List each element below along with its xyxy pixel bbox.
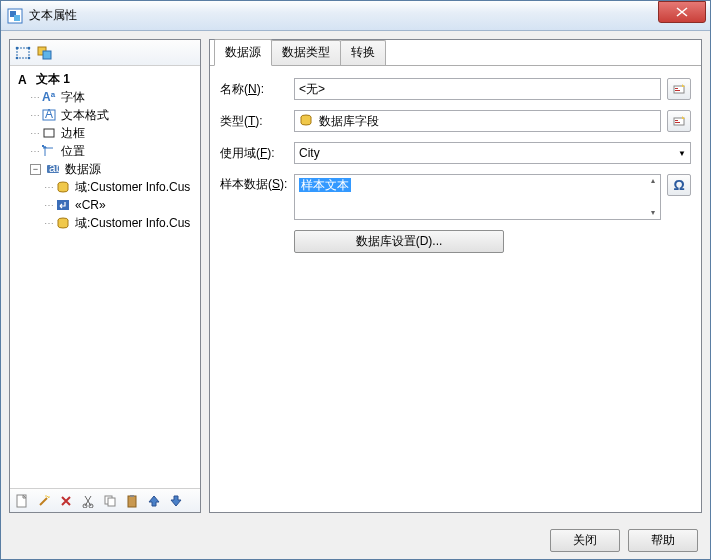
field-combo[interactable]: City ▼ bbox=[294, 142, 691, 164]
tree: A 文本 1 ⋯ Aª 字体 ⋯ A 文本格式 ⋯ 边框 bbox=[10, 66, 200, 488]
footer: 关闭 帮助 bbox=[1, 521, 710, 559]
tree-node-field1[interactable]: ⋯ 域:Customer Info.Cus bbox=[12, 178, 198, 196]
border-icon bbox=[41, 126, 57, 140]
form: 名称(N): <无> 类型(T): 数据库字段 bbox=[210, 66, 701, 265]
tree-node-field2[interactable]: ⋯ 域:Customer Info.Cus bbox=[12, 214, 198, 232]
tree-dots: ⋯ bbox=[30, 92, 39, 103]
svg-point-6 bbox=[16, 56, 19, 59]
svg-rect-27 bbox=[130, 495, 134, 497]
paste-icon[interactable] bbox=[124, 493, 140, 509]
svg-rect-3 bbox=[17, 48, 29, 58]
app-icon bbox=[7, 8, 23, 24]
left-toolbar bbox=[10, 40, 200, 66]
window: 文本属性 A 文本 1 ⋯ Aª bbox=[0, 0, 711, 560]
dropdown-icon: ▼ bbox=[678, 149, 686, 158]
collapse-icon[interactable]: − bbox=[30, 164, 41, 175]
svg-rect-2 bbox=[14, 15, 20, 21]
svg-rect-14 bbox=[44, 129, 54, 137]
tree-node-position[interactable]: ⋯ 位置 bbox=[12, 142, 198, 160]
tree-node-textformat[interactable]: ⋯ A 文本格式 bbox=[12, 106, 198, 124]
objects-icon[interactable] bbox=[36, 44, 54, 62]
name-input[interactable]: <无> bbox=[294, 78, 661, 100]
tab-transform[interactable]: 转换 bbox=[340, 40, 386, 65]
tab-datasource[interactable]: 数据源 bbox=[214, 39, 272, 66]
name-picker-button[interactable] bbox=[667, 78, 691, 100]
bottom-toolbar bbox=[10, 488, 200, 512]
tabs: 数据源 数据类型 转换 bbox=[210, 40, 701, 66]
tree-node-datasource[interactable]: − ab 数据源 bbox=[12, 160, 198, 178]
up-icon[interactable] bbox=[146, 493, 162, 509]
svg-rect-26 bbox=[128, 496, 136, 507]
svg-text:Aª: Aª bbox=[42, 91, 56, 103]
svg-rect-30 bbox=[675, 90, 680, 91]
svg-point-4 bbox=[16, 46, 19, 49]
db-icon bbox=[55, 216, 71, 230]
svg-rect-29 bbox=[675, 88, 678, 89]
copy-icon[interactable] bbox=[102, 493, 118, 509]
svg-rect-15 bbox=[42, 145, 44, 147]
position-icon bbox=[41, 144, 57, 158]
db-small-icon bbox=[299, 114, 315, 128]
tree-node-border[interactable]: ⋯ 边框 bbox=[12, 124, 198, 142]
textformat-icon: A bbox=[41, 108, 57, 122]
cr-icon bbox=[55, 198, 71, 212]
left-panel: A 文本 1 ⋯ Aª 字体 ⋯ A 文本格式 ⋯ 边框 bbox=[9, 39, 201, 513]
datasource-icon: ab bbox=[45, 162, 61, 176]
tree-label: 文本格式 bbox=[61, 107, 109, 124]
sample-label: 样本数据(S): bbox=[220, 174, 294, 193]
right-panel: 数据源 数据类型 转换 名称(N): <无> 类型(T): bbox=[209, 39, 702, 513]
svg-rect-32 bbox=[674, 118, 684, 125]
type-input[interactable]: 数据库字段 bbox=[294, 110, 661, 132]
svg-point-5 bbox=[28, 46, 31, 49]
tree-root[interactable]: A 文本 1 bbox=[12, 70, 198, 88]
svg-rect-19 bbox=[57, 200, 69, 210]
help-button[interactable]: 帮助 bbox=[628, 529, 698, 552]
svg-text:ab: ab bbox=[49, 163, 60, 175]
svg-point-7 bbox=[28, 56, 31, 59]
svg-rect-33 bbox=[675, 120, 678, 121]
tree-label: 位置 bbox=[61, 143, 85, 160]
field-label: 使用域(F): bbox=[220, 145, 294, 162]
tree-label: «CR» bbox=[75, 198, 106, 212]
svg-rect-9 bbox=[43, 51, 51, 59]
svg-text:A: A bbox=[45, 109, 53, 121]
tree-root-label: 文本 1 bbox=[36, 71, 70, 88]
svg-text:A: A bbox=[18, 73, 27, 86]
select-icon[interactable] bbox=[14, 44, 32, 62]
type-label: 类型(T): bbox=[220, 113, 294, 130]
tree-label: 边框 bbox=[61, 125, 85, 142]
omega-button[interactable]: Ω bbox=[667, 174, 691, 196]
sample-textarea[interactable]: 样本文本 ▴▾ bbox=[294, 174, 661, 220]
font-icon: Aª bbox=[41, 90, 57, 104]
svg-rect-28 bbox=[674, 86, 684, 93]
tree-node-font[interactable]: ⋯ Aª 字体 bbox=[12, 88, 198, 106]
cut-icon[interactable] bbox=[80, 493, 96, 509]
close-button[interactable] bbox=[658, 1, 706, 23]
db-icon bbox=[55, 180, 71, 194]
tab-datatype[interactable]: 数据类型 bbox=[271, 40, 341, 65]
wand-icon[interactable] bbox=[36, 493, 52, 509]
tree-node-cr[interactable]: ⋯ «CR» bbox=[12, 196, 198, 214]
down-icon[interactable] bbox=[168, 493, 184, 509]
close-dialog-button[interactable]: 关闭 bbox=[550, 529, 620, 552]
type-picker-button[interactable] bbox=[667, 110, 691, 132]
svg-rect-34 bbox=[675, 122, 680, 123]
tree-label: 域:Customer Info.Cus bbox=[75, 179, 190, 196]
titlebar: 文本属性 bbox=[1, 1, 710, 31]
db-settings-button[interactable]: 数据库设置(D)... bbox=[294, 230, 504, 253]
window-title: 文本属性 bbox=[29, 7, 658, 24]
delete-icon[interactable] bbox=[58, 493, 74, 509]
svg-rect-25 bbox=[108, 498, 115, 506]
tree-label: 数据源 bbox=[65, 161, 101, 178]
tree-label: 域:Customer Info.Cus bbox=[75, 215, 190, 232]
textarea-scroll[interactable]: ▴▾ bbox=[648, 177, 658, 217]
new-icon[interactable] bbox=[14, 493, 30, 509]
name-label: 名称(N): bbox=[220, 81, 294, 98]
text-a-icon: A bbox=[16, 72, 32, 86]
tree-label: 字体 bbox=[61, 89, 85, 106]
content: A 文本 1 ⋯ Aª 字体 ⋯ A 文本格式 ⋯ 边框 bbox=[1, 31, 710, 521]
